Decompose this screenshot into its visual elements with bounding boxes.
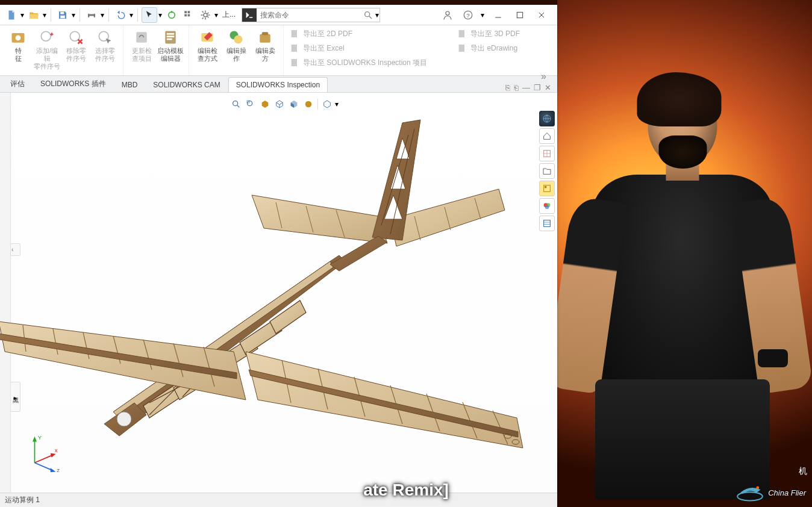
doc-restore-icon[interactable]: ❐ <box>534 83 541 92</box>
ribbon-balloon-select-button[interactable]: 选择零 件序号 <box>90 28 119 64</box>
search-icon[interactable] <box>361 10 375 20</box>
svg-rect-4 <box>89 16 94 19</box>
svg-rect-38 <box>459 30 464 37</box>
new-file-button[interactable] <box>4 7 19 23</box>
user-account-button[interactable] <box>440 7 455 23</box>
upload-label[interactable]: 上... <box>220 10 238 20</box>
ribbon: 特 征 添加/编辑 零件序号 移除零 件序号 选择零 件序号 <box>0 25 557 76</box>
select-button[interactable] <box>142 7 157 23</box>
command-search[interactable]: ▾ <box>242 8 380 22</box>
command-search-input[interactable] <box>257 8 361 22</box>
maximize-button[interactable] <box>511 8 528 22</box>
export-3d-pdf[interactable]: 导出至 3D PDF <box>457 28 520 40</box>
corner-label: 机 <box>799 466 807 477</box>
svg-line-89 <box>35 455 54 462</box>
doc-next-icon[interactable]: ⎗ <box>514 83 519 92</box>
print-dropdown[interactable]: ▾ <box>101 11 105 19</box>
open-file-button[interactable] <box>26 7 42 23</box>
video-subtitle: ate Remix] <box>363 481 449 500</box>
export-2d-pdf[interactable]: 导出至 2D PDF <box>290 28 427 40</box>
3d-viewport[interactable]: ‹ 黑 ▸ ▾ <box>11 93 557 493</box>
help-dropdown[interactable]: ▾ <box>481 11 485 19</box>
tab-mbd[interactable]: MBD <box>114 77 146 92</box>
new-file-dropdown[interactable]: ▾ <box>20 11 25 19</box>
svg-point-95 <box>737 492 763 500</box>
svg-marker-90 <box>51 453 56 458</box>
ribbon-template-button[interactable]: 启动模板 编辑器 <box>156 28 185 64</box>
svg-rect-37 <box>292 59 297 66</box>
document-tabs: 评估 SOLIDWORKS 插件 MBD SOLIDWORKS CAM SOLI… <box>0 76 557 93</box>
command-prompt-icon <box>242 8 257 22</box>
svg-rect-3 <box>89 11 94 14</box>
svg-point-21 <box>16 36 21 41</box>
svg-marker-93 <box>51 468 56 472</box>
select-dropdown[interactable]: ▾ <box>158 11 163 19</box>
help-button[interactable]: ? <box>460 7 476 23</box>
settings-dropdown[interactable]: ▾ <box>214 11 219 19</box>
svg-text:x: x <box>55 447 58 453</box>
ribbon-refresh-button[interactable]: 更新检 查项目 <box>127 28 156 64</box>
ribbon-edit-vendor-button[interactable]: 编辑卖 方 <box>251 28 280 64</box>
document-window-controls: ⎘ ⎗ — ❐ ✕ <box>505 83 557 92</box>
ribbon-edit-op-button[interactable]: 编辑操 作 <box>222 28 251 64</box>
solidworks-window: ▾ ▾ ▾ ▾ ▾ ▾ <box>0 0 557 507</box>
svg-rect-34 <box>262 32 269 35</box>
svg-rect-29 <box>167 39 172 40</box>
svg-rect-9 <box>188 14 190 16</box>
svg-rect-7 <box>188 11 190 13</box>
svg-rect-17 <box>517 12 522 17</box>
undo-dropdown[interactable]: ▾ <box>130 11 134 19</box>
watermark: China Flier <box>735 482 806 503</box>
tab-sw-cam[interactable]: SOLIDWORKS CAM <box>145 77 228 92</box>
svg-text:Y: Y <box>38 434 42 441</box>
close-button[interactable] <box>533 8 550 22</box>
doc-prev-icon[interactable]: ⎘ <box>505 83 510 92</box>
doc-minimize-icon[interactable]: — <box>522 83 530 92</box>
ribbon-edit-method-button[interactable]: 编辑检 查方式 <box>193 28 222 64</box>
svg-rect-0 <box>60 11 64 14</box>
watermark-text: China Flier <box>768 488 806 497</box>
save-dropdown[interactable]: ▾ <box>72 11 76 19</box>
export-inspection[interactable]: 导出至 SOLIDWORKS Inspection 项目 <box>290 57 427 69</box>
svg-point-96 <box>757 487 760 490</box>
tab-evaluate[interactable]: 评估 <box>2 75 33 92</box>
svg-point-13 <box>446 11 449 15</box>
svg-marker-87 <box>33 437 37 442</box>
svg-rect-25 <box>136 32 147 43</box>
svg-rect-35 <box>292 30 297 37</box>
doc-close-icon[interactable]: ✕ <box>545 83 551 92</box>
svg-rect-33 <box>260 34 270 43</box>
export-edrawing[interactable]: 导出 eDrawing <box>457 42 520 54</box>
svg-point-10 <box>204 13 207 17</box>
svg-text:?: ? <box>466 11 470 18</box>
svg-rect-6 <box>184 11 187 13</box>
ribbon-balloon-remove-button[interactable]: 移除零 件序号 <box>61 28 90 64</box>
svg-point-22 <box>41 31 51 41</box>
orientation-triad[interactable]: Y x z <box>24 431 66 473</box>
svg-text:z: z <box>57 467 60 473</box>
motion-study-tab[interactable]: 运动算例 1 <box>5 495 40 505</box>
svg-rect-27 <box>167 33 174 35</box>
export-excel[interactable]: 导出至 Excel <box>290 42 427 54</box>
svg-point-61 <box>117 412 131 426</box>
viewport-container: ‹ 黑 ▸ ▾ <box>0 93 557 493</box>
airplane-model <box>0 99 557 493</box>
tab-sw-addins[interactable]: SOLIDWORKS 插件 <box>33 75 114 92</box>
ribbon-export-menu: 导出至 2D PDF 导出至 Excel 导出至 SOLIDWORKS Insp… <box>284 25 557 75</box>
svg-rect-1 <box>60 15 65 18</box>
svg-point-32 <box>234 36 243 44</box>
undo-button[interactable] <box>113 7 128 23</box>
rebuild-button[interactable] <box>164 7 180 23</box>
open-file-dropdown[interactable]: ▾ <box>43 11 47 19</box>
ribbon-feature-button[interactable]: 特 征 <box>4 28 33 64</box>
print-button[interactable] <box>84 7 99 23</box>
status-bar: 运动算例 1 <box>0 493 557 507</box>
search-dropdown[interactable]: ▾ <box>375 11 379 19</box>
save-button[interactable] <box>55 7 70 23</box>
tab-sw-inspection[interactable]: SOLIDWORKS Inspection <box>228 77 328 92</box>
ribbon-balloon-add-button[interactable]: 添加/编辑 零件序号 <box>33 28 61 72</box>
ribbon-expand-icon[interactable]: » <box>536 71 551 82</box>
minimize-button[interactable] <box>490 8 507 22</box>
settings-gear-button[interactable] <box>198 7 213 23</box>
options-grid-button[interactable] <box>181 7 196 23</box>
